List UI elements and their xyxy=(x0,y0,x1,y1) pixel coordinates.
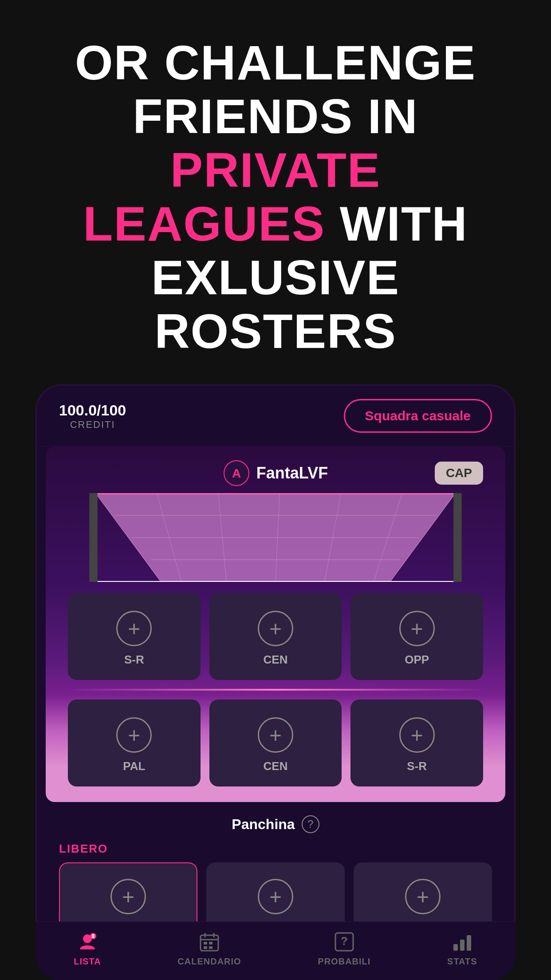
add-cen-top-icon: + xyxy=(258,611,293,646)
add-opp-top-icon: + xyxy=(399,611,435,646)
slot-sr-top[interactable]: + S-R xyxy=(68,593,201,680)
add-sr-bottom-icon: + xyxy=(399,717,435,753)
slot-pal-bottom-label: PAL xyxy=(123,759,145,773)
header-line3-highlight: LEAGUES xyxy=(83,196,325,251)
slot-cen-top-label: CEN xyxy=(264,653,288,667)
header-line2-plain: FRIENDS IN xyxy=(133,89,418,143)
calendario-icon xyxy=(198,931,220,953)
svg-rect-27 xyxy=(204,946,207,949)
nav-calendario-label: CALENDARIO xyxy=(177,956,241,967)
svg-rect-31 xyxy=(453,944,458,951)
fantalvf-logo-icon: A xyxy=(223,460,250,486)
bench-title: Panchina xyxy=(232,816,295,833)
credits-section: 100.0/100 CREDITI xyxy=(59,402,126,431)
nav-stats-label: STATS xyxy=(447,956,477,967)
slot-cen-bottom[interactable]: + CEN xyxy=(209,699,342,786)
add-cen-bench-icon: + xyxy=(405,879,441,914)
svg-rect-33 xyxy=(467,935,471,951)
nav-probabili[interactable]: ? PROBABILI xyxy=(318,931,370,967)
nav-probabili-label: PROBABILI xyxy=(318,956,370,967)
lista-icon xyxy=(76,931,98,953)
credits-label: CREDITI xyxy=(59,419,126,431)
top-row-slots: + S-R + CEN + OPP xyxy=(55,586,496,687)
bench-title-row: Panchina ? xyxy=(59,815,492,833)
libero-label: LIBERO xyxy=(59,842,492,856)
svg-rect-26 xyxy=(209,942,213,944)
header-section: OR CHALLENGE FRIENDS IN PRIVATE LEAGUES … xyxy=(0,0,551,375)
app-card: 100.0/100 CREDITI Squadra casuale A Fant… xyxy=(35,384,516,970)
slot-cen-bottom-label: CEN xyxy=(264,759,288,773)
header-line4: EXLUSIVE ROSTERS xyxy=(151,250,400,358)
logo-text: FantaLVF xyxy=(256,464,328,482)
probabili-icon: ? xyxy=(333,931,355,953)
row-separator xyxy=(68,689,483,691)
svg-rect-25 xyxy=(204,942,207,944)
svg-rect-28 xyxy=(209,946,213,949)
nav-stats[interactable]: STATS xyxy=(447,931,477,967)
add-pal-bench-icon: + xyxy=(258,879,293,914)
bottom-nav: LISTA CALENDARIO xyxy=(35,921,516,970)
top-bar: 100.0/100 CREDITI Squadra casuale xyxy=(37,386,514,447)
header-line1: OR CHALLENGE xyxy=(75,35,476,90)
slot-sr-bottom[interactable]: + S-R xyxy=(350,699,483,786)
header-line2-highlight: PRIVATE xyxy=(170,142,381,197)
slot-opp-top-label: OPP xyxy=(405,653,429,667)
svg-text:?: ? xyxy=(341,934,348,948)
squadra-casuale-button[interactable]: Squadra casuale xyxy=(344,399,492,433)
add-sr-top-icon: + xyxy=(116,611,152,646)
court-area: A FantaLVF CAP xyxy=(46,447,505,802)
bench-info-icon[interactable]: ? xyxy=(302,815,319,833)
slot-cen-top[interactable]: + CEN xyxy=(209,593,342,680)
logo-area: A FantaLVF CAP xyxy=(55,455,496,493)
header-line3-plain: WITH xyxy=(325,196,468,251)
svg-rect-15 xyxy=(453,493,461,582)
nav-calendario[interactable]: CALENDARIO xyxy=(177,931,241,967)
cap-badge[interactable]: CAP xyxy=(435,462,483,485)
slot-opp-top[interactable]: + OPP xyxy=(350,593,483,680)
svg-text:A: A xyxy=(232,466,241,480)
slot-sr-bottom-label: S-R xyxy=(407,759,427,773)
nav-lista[interactable]: LISTA xyxy=(74,931,101,967)
slot-sr-top-label: S-R xyxy=(124,653,144,667)
svg-rect-14 xyxy=(89,493,97,582)
nav-lista-label: LISTA xyxy=(74,956,101,967)
slot-pal-bottom[interactable]: + PAL xyxy=(68,699,201,786)
add-cen-bottom-icon: + xyxy=(258,717,293,753)
credits-value: 100.0/100 xyxy=(59,402,126,419)
stats-icon xyxy=(451,931,473,953)
add-lib-icon: + xyxy=(110,879,146,914)
bottom-row-slots: + PAL + CEN + S-R xyxy=(55,693,496,793)
add-pal-bottom-icon: + xyxy=(116,717,152,753)
court-net xyxy=(55,493,496,582)
svg-rect-32 xyxy=(460,940,464,951)
